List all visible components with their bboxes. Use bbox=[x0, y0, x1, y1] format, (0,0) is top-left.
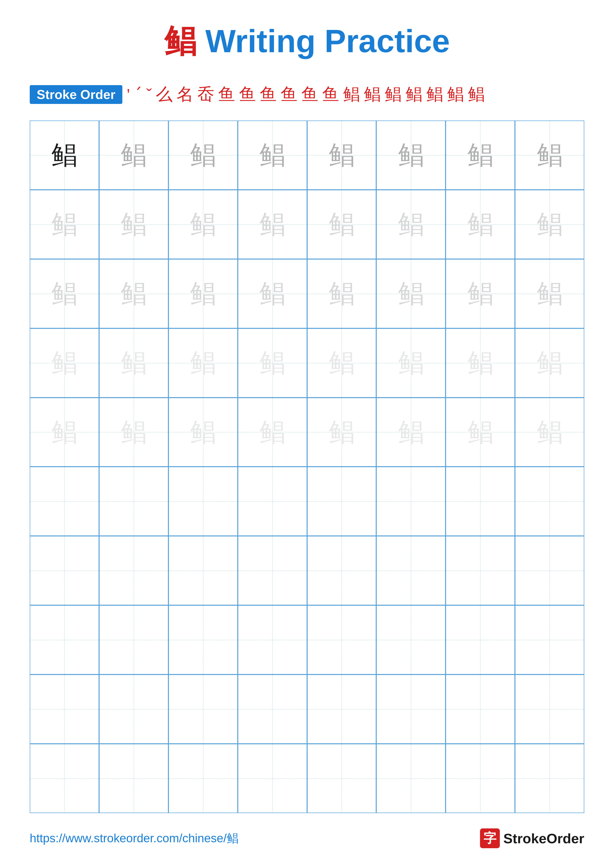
grid-cell-4-7[interactable]: 鲳 bbox=[515, 398, 584, 467]
grid-cell-6-4[interactable]: 鲳 bbox=[307, 536, 376, 605]
grid-cell-6-3[interactable]: 鲳 bbox=[238, 536, 307, 605]
grid-cell-8-3[interactable]: 鲳 bbox=[238, 674, 307, 744]
cell-char-1-6: 鲳 bbox=[467, 211, 493, 237]
grid-cell-5-0[interactable]: 鲳 bbox=[30, 467, 99, 536]
grid-cell-8-5[interactable]: 鲳 bbox=[376, 674, 446, 744]
grid-cell-7-1[interactable]: 鲳 bbox=[99, 605, 168, 674]
grid-cell-6-0[interactable]: 鲳 bbox=[30, 536, 99, 605]
grid-cell-1-2[interactable]: 鲳 bbox=[168, 190, 238, 259]
grid-cell-7-4[interactable]: 鲳 bbox=[307, 605, 376, 674]
grid-cell-2-0[interactable]: 鲳 bbox=[30, 259, 99, 329]
grid-cell-0-7[interactable]: 鲳 bbox=[515, 121, 584, 190]
grid-cell-6-5[interactable]: 鲳 bbox=[376, 536, 446, 605]
grid-cell-3-6[interactable]: 鲳 bbox=[446, 329, 515, 398]
grid-cell-5-1[interactable]: 鲳 bbox=[99, 467, 168, 536]
cell-char-9-6: 鲳 bbox=[467, 765, 493, 791]
grid-cell-8-1[interactable]: 鲳 bbox=[99, 674, 168, 744]
grid-cell-9-6[interactable]: 鲳 bbox=[446, 744, 515, 813]
grid-cell-9-0[interactable]: 鲳 bbox=[30, 744, 99, 813]
cell-char-4-1: 鲳 bbox=[121, 419, 147, 445]
grid-cell-1-7[interactable]: 鲳 bbox=[515, 190, 584, 259]
grid-cell-3-7[interactable]: 鲳 bbox=[515, 329, 584, 398]
grid-cell-8-0[interactable]: 鲳 bbox=[30, 674, 99, 744]
grid-cell-7-2[interactable]: 鲳 bbox=[168, 605, 238, 674]
cell-char-0-1: 鲳 bbox=[121, 142, 147, 168]
grid-cell-7-6[interactable]: 鲳 bbox=[446, 605, 515, 674]
grid-cell-8-2[interactable]: 鲳 bbox=[168, 674, 238, 744]
cell-char-0-5: 鲳 bbox=[398, 142, 424, 168]
grid-cell-6-2[interactable]: 鲳 bbox=[168, 536, 238, 605]
grid-cell-1-1[interactable]: 鲳 bbox=[99, 190, 168, 259]
grid-cell-7-0[interactable]: 鲳 bbox=[30, 605, 99, 674]
grid-cell-0-2[interactable]: 鲳 bbox=[168, 121, 238, 190]
grid-cell-4-5[interactable]: 鲳 bbox=[376, 398, 446, 467]
grid-cell-2-2[interactable]: 鲳 bbox=[168, 259, 238, 329]
grid-cell-9-7[interactable]: 鲳 bbox=[515, 744, 584, 813]
grid-cell-3-1[interactable]: 鲳 bbox=[99, 329, 168, 398]
grid-cell-3-0[interactable]: 鲳 bbox=[30, 329, 99, 398]
grid-cell-3-5[interactable]: 鲳 bbox=[376, 329, 446, 398]
grid-cell-9-3[interactable]: 鲳 bbox=[238, 744, 307, 813]
grid-cell-2-1[interactable]: 鲳 bbox=[99, 259, 168, 329]
grid-cell-4-2[interactable]: 鲳 bbox=[168, 398, 238, 467]
grid-cell-7-7[interactable]: 鲳 bbox=[515, 605, 584, 674]
grid-cell-1-0[interactable]: 鲳 bbox=[30, 190, 99, 259]
grid-cell-2-4[interactable]: 鲳 bbox=[307, 259, 376, 329]
grid-cell-6-7[interactable]: 鲳 bbox=[515, 536, 584, 605]
grid-row-7: 鲳鲳鲳鲳鲳鲳鲳鲳 bbox=[30, 605, 584, 674]
stroke-step-0: ' bbox=[125, 85, 132, 104]
cell-char-8-0: 鲳 bbox=[51, 696, 77, 722]
grid-cell-3-3[interactable]: 鲳 bbox=[238, 329, 307, 398]
grid-cell-5-3[interactable]: 鲳 bbox=[238, 467, 307, 536]
grid-cell-1-4[interactable]: 鲳 bbox=[307, 190, 376, 259]
stroke-step-10: 鱼 bbox=[300, 83, 320, 105]
grid-cell-2-3[interactable]: 鲳 bbox=[238, 259, 307, 329]
grid-cell-0-0[interactable]: 鲳 bbox=[30, 121, 99, 190]
grid-cell-5-4[interactable]: 鲳 bbox=[307, 467, 376, 536]
grid-cell-5-5[interactable]: 鲳 bbox=[376, 467, 446, 536]
stroke-step-17: 鲳 bbox=[445, 83, 466, 105]
grid-cell-6-1[interactable]: 鲳 bbox=[99, 536, 168, 605]
grid-cell-4-3[interactable]: 鲳 bbox=[238, 398, 307, 467]
grid-cell-0-6[interactable]: 鲳 bbox=[446, 121, 515, 190]
grid-cell-7-5[interactable]: 鲳 bbox=[376, 605, 446, 674]
grid-row-8: 鲳鲳鲳鲳鲳鲳鲳鲳 bbox=[30, 674, 584, 744]
grid-cell-5-2[interactable]: 鲳 bbox=[168, 467, 238, 536]
cell-char-5-4: 鲳 bbox=[329, 488, 355, 515]
grid-cell-5-7[interactable]: 鲳 bbox=[515, 467, 584, 536]
grid-cell-9-2[interactable]: 鲳 bbox=[168, 744, 238, 813]
grid-cell-4-4[interactable]: 鲳 bbox=[307, 398, 376, 467]
grid-cell-1-6[interactable]: 鲳 bbox=[446, 190, 515, 259]
grid-cell-4-1[interactable]: 鲳 bbox=[99, 398, 168, 467]
page-title: 鲳 Writing Practice bbox=[30, 20, 584, 64]
grid-cell-0-4[interactable]: 鲳 bbox=[307, 121, 376, 190]
grid-cell-0-5[interactable]: 鲳 bbox=[376, 121, 446, 190]
grid-cell-2-7[interactable]: 鲳 bbox=[515, 259, 584, 329]
grid-cell-4-6[interactable]: 鲳 bbox=[446, 398, 515, 467]
grid-cell-2-5[interactable]: 鲳 bbox=[376, 259, 446, 329]
cell-char-6-1: 鲳 bbox=[121, 558, 147, 584]
grid-cell-0-1[interactable]: 鲳 bbox=[99, 121, 168, 190]
cell-char-3-5: 鲳 bbox=[398, 350, 424, 376]
grid-cell-8-7[interactable]: 鲳 bbox=[515, 674, 584, 744]
grid-cell-8-4[interactable]: 鲳 bbox=[307, 674, 376, 744]
grid-cell-9-5[interactable]: 鲳 bbox=[376, 744, 446, 813]
grid-cell-3-4[interactable]: 鲳 bbox=[307, 329, 376, 398]
grid-cell-8-6[interactable]: 鲳 bbox=[446, 674, 515, 744]
grid-cell-1-5[interactable]: 鲳 bbox=[376, 190, 446, 259]
grid-cell-3-2[interactable]: 鲳 bbox=[168, 329, 238, 398]
grid-cell-9-1[interactable]: 鲳 bbox=[99, 744, 168, 813]
grid-cell-5-6[interactable]: 鲳 bbox=[446, 467, 515, 536]
grid-cell-0-3[interactable]: 鲳 bbox=[238, 121, 307, 190]
grid-cell-6-6[interactable]: 鲳 bbox=[446, 536, 515, 605]
grid-cell-2-6[interactable]: 鲳 bbox=[446, 259, 515, 329]
grid-cell-4-0[interactable]: 鲳 bbox=[30, 398, 99, 467]
cell-char-2-4: 鲳 bbox=[329, 281, 355, 307]
cell-char-8-4: 鲳 bbox=[329, 696, 355, 722]
footer-logo-text: StrokeOrder bbox=[503, 831, 584, 846]
grid-cell-1-3[interactable]: 鲳 bbox=[238, 190, 307, 259]
grid-cell-9-4[interactable]: 鲳 bbox=[307, 744, 376, 813]
grid-cell-7-3[interactable]: 鲳 bbox=[238, 605, 307, 674]
cell-char-7-2: 鲳 bbox=[190, 627, 216, 653]
stroke-step-12: 鲳 bbox=[341, 83, 362, 105]
